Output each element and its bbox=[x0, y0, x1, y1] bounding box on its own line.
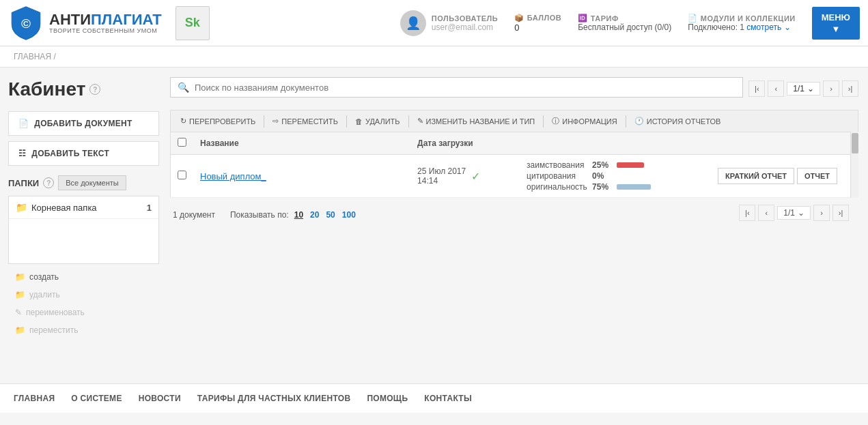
scrollbar-track[interactable] bbox=[850, 132, 858, 198]
pagination-top: |‹ ‹ 1/1 ⌄ › ›| bbox=[748, 80, 858, 97]
sidebar: Кабинет ? 📄 ДОБАВИТЬ ДОКУМЕНТ ☷ ДОБАВИТЬ… bbox=[0, 68, 167, 383]
tariff-section: 🆔 ТАРИФ Бесплатный доступ (0/0) bbox=[578, 14, 671, 32]
toolbar-sep-5 bbox=[626, 115, 626, 128]
move-button[interactable]: ⇨ ПЕРЕМЕСТИТЬ bbox=[267, 114, 344, 128]
user-name: user@email.com bbox=[432, 23, 498, 32]
header: © АНТИПЛАГИАТ ТВОРИТЕ СОБСТВЕННЫМ УМОМ S… bbox=[0, 0, 868, 46]
logo-text: АНТИПЛАГИАТ ТВОРИТЕ СОБСТВЕННЫМ УМОМ bbox=[49, 12, 162, 34]
folders-help-icon[interactable]: ? bbox=[43, 177, 54, 188]
main-layout: Кабинет ? 📄 ДОБАВИТЬ ДОКУМЕНТ ☷ ДОБАВИТЬ… bbox=[0, 68, 868, 383]
root-folder-count: 1 bbox=[147, 203, 152, 213]
row-date-cell: 25 Июл 201714:14 ✓ bbox=[410, 155, 520, 198]
rename-button[interactable]: ✎ ИЗМЕНИТЬ НАЗВАНИЕ И ТИП bbox=[412, 114, 541, 128]
actions-column-header bbox=[711, 132, 844, 155]
last-page-bottom-button[interactable]: ›| bbox=[832, 205, 849, 221]
user-section: 👤 ПОЛЬЗОВАТЕЛЬ user@email.com bbox=[400, 10, 498, 36]
show-label: Показывать по: bbox=[230, 210, 289, 220]
first-page-button[interactable]: |‹ bbox=[748, 80, 765, 97]
borrowing-pct: 25% bbox=[592, 160, 613, 170]
toolbar-sep-1 bbox=[264, 115, 264, 128]
borrowing-row: заимствования 25% bbox=[527, 160, 704, 170]
modules-link[interactable]: смотреть ⌄ bbox=[746, 23, 790, 32]
root-folder-item[interactable]: 📁 Корневая папка 1 bbox=[9, 196, 158, 219]
delete-button[interactable]: 🗑 УДАЛИТЬ bbox=[350, 115, 406, 128]
next-page-bottom-button[interactable]: › bbox=[813, 205, 830, 221]
prev-page-bottom-button[interactable]: ‹ bbox=[758, 205, 774, 221]
originality-label: оригинальность bbox=[527, 182, 588, 192]
per-page-100-button[interactable]: 100 bbox=[341, 210, 357, 220]
row-name-cell: Новый диплом_ bbox=[193, 155, 410, 198]
per-page-10-button[interactable]: 10 bbox=[293, 210, 305, 220]
breadcrumb-home[interactable]: ГЛАВНАЯ bbox=[14, 52, 51, 61]
move-folder-button[interactable]: 📁 переместить bbox=[8, 321, 159, 339]
doc-toolbar: ↻ ПЕРЕПРОВЕРИТЬ ⇨ ПЕРЕМЕСТИТЬ 🗑 УДАЛИТЬ … bbox=[170, 110, 858, 132]
documents-table-wrapper: Название Дата загрузки Новый диплом_ 25 bbox=[170, 132, 858, 198]
add-document-button[interactable]: 📄 ДОБАВИТЬ ДОКУМЕНТ bbox=[8, 111, 159, 136]
full-report-button[interactable]: ОТЧЕТ bbox=[797, 168, 837, 184]
content-area: 🔍 |‹ ‹ 1/1 ⌄ › ›| ↻ ПЕРЕПРОВЕРИТЬ bbox=[167, 68, 868, 383]
breadcrumb: ГЛАВНАЯ / bbox=[0, 46, 868, 68]
per-page-20-button[interactable]: 20 bbox=[309, 210, 320, 220]
row-stats-cell: заимствования 25% цитирования 0% оригина… bbox=[520, 155, 711, 198]
short-report-button[interactable]: КРАТКИЙ ОТЧЕТ bbox=[718, 168, 794, 184]
history-button[interactable]: 🕐 ИСТОРИЯ ОТЧЕТОВ bbox=[629, 114, 727, 128]
footer-link[interactable]: НОВОСТИ bbox=[139, 394, 181, 403]
per-page-50-button[interactable]: 50 bbox=[324, 210, 336, 220]
documents-table: Название Дата загрузки Новый диплом_ 25 bbox=[170, 132, 858, 198]
cabinet-help-icon[interactable]: ? bbox=[89, 84, 100, 95]
tariff-label: 🆔 ТАРИФ bbox=[578, 14, 671, 23]
folder-icon: 📁 bbox=[16, 202, 27, 213]
move-icon: ⇨ bbox=[272, 117, 279, 126]
avatar: 👤 bbox=[400, 10, 426, 36]
footer-link[interactable]: О СИСТЕМЕ bbox=[71, 394, 122, 403]
delete-folder-button[interactable]: 📁 удалить bbox=[8, 286, 159, 304]
user-label: ПОЛЬЗОВАТЕЛЬ bbox=[432, 14, 498, 23]
tariff-value: Бесплатный доступ (0/0) bbox=[578, 23, 671, 32]
info-icon: ⓘ bbox=[552, 116, 559, 126]
next-page-button[interactable]: › bbox=[823, 80, 839, 97]
page-info-bottom: 1/1 ⌄ bbox=[777, 206, 811, 220]
search-bar: 🔍 bbox=[170, 77, 743, 98]
select-all-checkbox[interactable] bbox=[178, 138, 186, 147]
borrowing-bar bbox=[617, 162, 644, 168]
footer: ГЛАВНАЯО СИСТЕМЕНОВОСТИТАРИФЫ ДЛЯ ЧАСТНЫ… bbox=[0, 383, 868, 413]
page-info-top: 1/1 ⌄ bbox=[787, 82, 820, 96]
folder-tree: 📁 Корневая папка 1 bbox=[8, 196, 159, 264]
prev-page-button[interactable]: ‹ bbox=[768, 80, 784, 97]
add-text-button[interactable]: ☷ ДОБАВИТЬ ТЕКСТ bbox=[8, 141, 159, 166]
doc-name-link[interactable]: Новый диплом_ bbox=[200, 171, 266, 181]
footer-link[interactable]: КОНТАКТЫ bbox=[424, 394, 472, 403]
name-column-header: Название bbox=[193, 132, 410, 155]
move-folder-icon: 📁 bbox=[15, 325, 25, 335]
recheck-button[interactable]: ↻ ПЕРЕПРОВЕРИТЬ bbox=[175, 114, 261, 128]
check-icon: ✓ bbox=[471, 170, 480, 183]
rename-folder-button[interactable]: ✎ переименовать bbox=[8, 304, 159, 321]
toolbar-sep-3 bbox=[408, 115, 409, 128]
logo-area: © АНТИПЛАГИАТ ТВОРИТЕ СОБСТВЕННЫМ УМОМ bbox=[8, 5, 162, 41]
delete-icon: 🗑 bbox=[355, 117, 363, 126]
menu-button[interactable]: МЕНЮ ▼ bbox=[812, 7, 860, 40]
citation-row: цитирования 0% bbox=[527, 171, 704, 181]
pagination-bottom: |‹ ‹ 1/1 ⌄ › ›| bbox=[739, 205, 849, 221]
footer-link[interactable]: ГЛАВНАЯ bbox=[14, 394, 55, 403]
history-icon: 🕐 bbox=[634, 117, 644, 126]
search-icon: 🔍 bbox=[178, 82, 189, 93]
footer-link[interactable]: ТАРИФЫ ДЛЯ ЧАСТНЫХ КЛИЕНТОВ bbox=[197, 394, 351, 403]
footer-link[interactable]: ПОМОЩЬ bbox=[367, 394, 408, 403]
last-page-button[interactable]: ›| bbox=[842, 80, 858, 97]
info-button[interactable]: ⓘ ИНФОРМАЦИЯ bbox=[546, 113, 622, 129]
first-page-bottom-button[interactable]: |‹ bbox=[739, 205, 755, 221]
create-folder-icon: 📁 bbox=[15, 272, 25, 282]
table-header-row: Название Дата загрузки bbox=[171, 132, 858, 155]
stats-column-header bbox=[520, 132, 711, 155]
all-docs-button[interactable]: Все документы bbox=[58, 175, 126, 190]
add-text-icon: ☷ bbox=[18, 149, 26, 158]
modules-value: Подключено: 1 смотреть ⌄ bbox=[688, 23, 795, 32]
balls-value: 0 bbox=[514, 23, 519, 33]
root-folder-label: Корневая папка bbox=[31, 203, 97, 213]
create-folder-button[interactable]: 📁 создать bbox=[8, 268, 159, 286]
row-checkbox[interactable] bbox=[178, 171, 186, 179]
scrollbar-thumb[interactable] bbox=[852, 133, 858, 153]
header-user-area: 👤 ПОЛЬЗОВАТЕЛЬ user@email.com 📦 БАЛЛОВ 0… bbox=[400, 7, 860, 40]
search-input[interactable] bbox=[195, 83, 736, 93]
